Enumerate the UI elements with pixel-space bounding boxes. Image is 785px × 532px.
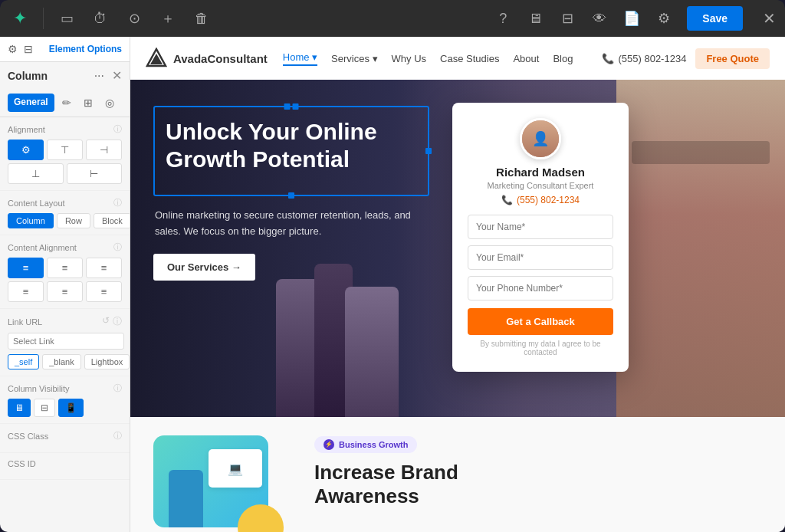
website-preview: AvadaConsultant Home ▾ Services ▾ Why Us… [130, 37, 785, 532]
save-button[interactable]: Save [687, 6, 743, 31]
card-email-input[interactable] [468, 245, 613, 270]
link-url-reset-icon[interactable]: ↺ [102, 315, 110, 328]
css-class-label: CSS Class [8, 432, 48, 441]
panel-more-icon[interactable]: ··· [94, 69, 104, 83]
history-icon[interactable]: ⏱ [90, 8, 111, 29]
settings-icon[interactable]: ⚙ [653, 8, 675, 29]
card-role: Marketing Consultant Expert [468, 181, 613, 190]
content-align-tc[interactable]: ≡ [47, 258, 83, 278]
avada-logo-icon: ✦ [9, 8, 31, 29]
card-phone-number: (555) 802-1234 [517, 195, 580, 205]
tab-settings-icon[interactable]: ◎ [100, 94, 119, 112]
visibility-desktop-btn[interactable]: 🖥 [8, 399, 31, 417]
content-align-grid-top: ≡ ≡ ≡ [8, 258, 122, 278]
illustration-screen: 💻 [209, 449, 262, 488]
content-align-bl[interactable]: ≡ [8, 281, 44, 302]
preview-area: AvadaConsultant Home ▾ Services ▾ Why Us… [130, 37, 785, 532]
link-url-row: 🔗 [8, 333, 122, 350]
selection-right-handle [425, 148, 432, 154]
card-phone-input[interactable] [468, 276, 613, 300]
layout-block-btn[interactable]: Block [94, 213, 130, 228]
hero-subtitle: Online marketing to secure customer rete… [153, 207, 429, 240]
hero-title: Unlock Your Online Growth Potential [166, 118, 417, 173]
tab-style-icon[interactable]: ✏ [57, 94, 76, 112]
tab-general[interactable]: General [8, 94, 54, 112]
illustration-person [169, 470, 203, 527]
tab-layout-icon[interactable]: ⊞ [79, 94, 97, 112]
handle-r [425, 148, 432, 154]
content-align-br[interactable]: ≡ [86, 281, 122, 302]
nav-link-home[interactable]: Home ▾ [283, 51, 317, 66]
link-target-self[interactable]: _self [8, 354, 39, 369]
preview-icon[interactable]: 👁 [589, 8, 610, 29]
hero-selection-box[interactable]: Unlock Your Online Growth Potential [153, 106, 429, 196]
panel-gear-icon[interactable]: ⚙ [8, 43, 18, 55]
content-align-bc[interactable]: ≡ [47, 281, 83, 302]
second-section-title-line2: Awareness [314, 484, 419, 507]
column-visibility-section: Column Visibility ⓘ 🖥 ⊟ 📱 [0, 376, 130, 424]
css-id-label: CSS ID [8, 459, 36, 468]
second-section-illustration: 💻 [153, 435, 291, 527]
visibility-tablet-btn[interactable]: ⊟ [34, 399, 55, 417]
panel-close-icon[interactable]: ✕ [112, 68, 122, 83]
add-element-icon[interactable]: ＋ [157, 8, 179, 29]
close-button[interactable]: ✕ [763, 9, 776, 28]
content-align-tl[interactable]: ≡ [8, 258, 44, 278]
layout-row-btn[interactable]: Row [57, 213, 90, 228]
nav-bar: AvadaConsultant Home ▾ Services ▾ Why Us… [130, 37, 785, 80]
link-target-buttons: _self _blank Lightbox [8, 354, 122, 369]
nav-link-services[interactable]: Services ▾ [331, 53, 377, 64]
nav-link-why-us[interactable]: Why Us [392, 53, 427, 64]
trash-icon[interactable]: 🗑 [191, 8, 212, 29]
card-disclaimer: By submitting my data I agree to be cont… [468, 340, 613, 356]
align-top-left[interactable]: ⚙ [8, 140, 44, 160]
layout-column-btn[interactable]: Column [8, 213, 54, 228]
visibility-buttons: 🖥 ⊟ 📱 [8, 399, 122, 417]
content-layout-info-icon: ⓘ [113, 197, 122, 209]
sidebar-toggle-icon[interactable]: ▭ [56, 8, 77, 29]
align-top-center[interactable]: ⊤ [47, 140, 83, 160]
layers-icon[interactable]: ⊙ [123, 8, 145, 29]
nav-phone-number: (555) 802-1234 [618, 53, 686, 64]
help-icon[interactable]: ? [492, 8, 514, 29]
card-phone-icon: 📞 [501, 195, 513, 205]
card-name-input[interactable] [468, 215, 613, 239]
contact-card: 👤 Richard Madsen Marketing Consultant Ex… [452, 103, 629, 372]
nav-cta-button[interactable]: Free Quote [695, 48, 770, 69]
content-align-tr[interactable]: ≡ [86, 258, 122, 278]
alignment-label: Alignment [8, 125, 45, 134]
nav-logo-text: AvadaConsultant [173, 52, 268, 65]
column-visibility-label: Column Visibility [8, 384, 70, 393]
content-alignment-label: Content Alignment [8, 243, 77, 252]
desktop-icon[interactable]: 🖥 [524, 8, 546, 29]
alignment-info-icon: ⓘ [113, 123, 122, 135]
visibility-mobile-btn[interactable]: 📱 [58, 399, 84, 417]
second-section-title: Increase Brand Awareness [314, 461, 762, 508]
nav-link-about[interactable]: About [513, 53, 539, 64]
link-target-blank[interactable]: _blank [42, 354, 80, 369]
align-bottom-center[interactable]: ⊢ [67, 163, 123, 184]
align-bottom-left[interactable]: ⊥ [8, 163, 64, 184]
link-url-input[interactable] [8, 333, 124, 350]
handle-tr [293, 103, 299, 110]
hero-left-column: Unlock Your Online Growth Potential Onli… [153, 106, 429, 281]
link-target-lightbox[interactable]: Lightbox [84, 354, 130, 369]
page-icon[interactable]: 📄 [621, 8, 642, 29]
card-submit-button[interactable]: Get a Callback [468, 308, 613, 335]
view-options-group: ? 🖥 ⊟ 👁 📄 ⚙ [492, 8, 675, 29]
logo-icon [146, 48, 167, 69]
panel-layout-icon[interactable]: ⊟ [24, 43, 33, 55]
nav-link-blog[interactable]: Blog [553, 53, 573, 64]
alignment-grid-bottom: ⊥ ⊢ [8, 163, 122, 184]
align-top-right[interactable]: ⊣ [86, 140, 122, 160]
content-alignment-section: Content Alignment ⓘ ≡ ≡ ≡ ≡ ≡ ≡ [0, 235, 130, 309]
badge-label: Business Growth [339, 440, 408, 449]
layout-icon[interactable]: ⊟ [557, 8, 578, 29]
card-phone-display: 📞 (555) 802-1234 [468, 195, 613, 205]
nav-link-case-studies[interactable]: Case Studies [440, 53, 499, 64]
panel-title-row: Column ··· ✕ [0, 62, 130, 89]
toolbar-divider-1 [43, 8, 44, 29]
our-services-button[interactable]: Our Services → [153, 254, 255, 281]
second-section-badge: ⚡ Business Growth [314, 436, 417, 453]
card-name: Richard Madsen [468, 166, 613, 179]
